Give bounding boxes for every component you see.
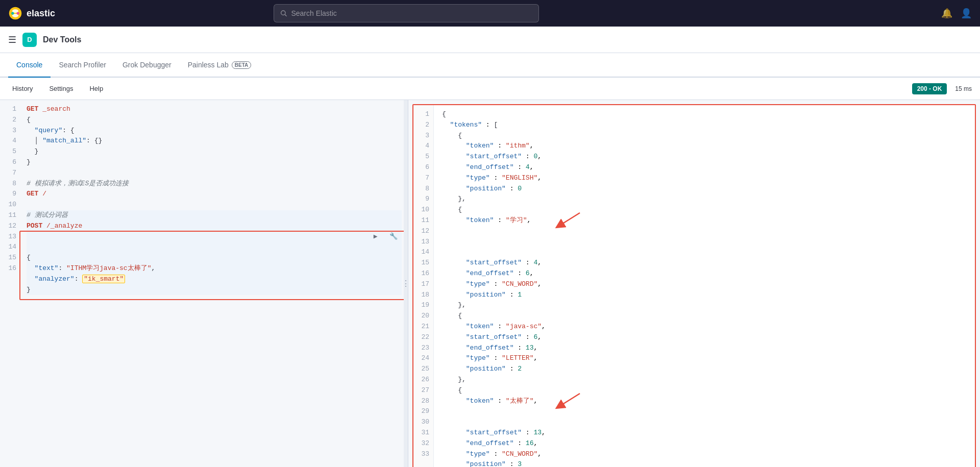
- out-line-25: "token" : "太棒了",: [442, 396, 967, 428]
- elastic-logo[interactable]: elastic: [8, 6, 69, 20]
- code-line-14: "text": "ITHM学习java-sc太棒了",: [27, 263, 402, 274]
- hamburger-menu[interactable]: ☰: [8, 34, 16, 45]
- history-button[interactable]: History: [8, 83, 37, 94]
- out-line-18: "token" : "java-sc",: [442, 322, 967, 332]
- code-line-5: }: [27, 146, 402, 157]
- out-line-16: },: [442, 300, 967, 311]
- editor-panel: 12345 678910 1112131415 16 GET _search {…: [0, 100, 408, 467]
- out-line-3: {: [442, 131, 967, 141]
- out-line-21: "type" : "LETTER",: [442, 353, 967, 364]
- out-line-7: "type" : "ENGLISH",: [442, 173, 967, 184]
- out-line-6: "end_offset" : 4,: [442, 162, 967, 173]
- out-line-26: "start_offset" : 13,: [442, 428, 967, 438]
- top-navigation: elastic 🔔 👤: [0, 0, 980, 27]
- code-content[interactable]: GET _search { "query": { │ "match_all": …: [20, 100, 408, 299]
- help-button[interactable]: Help: [85, 83, 107, 94]
- svg-line-8: [559, 394, 580, 406]
- code-line-16: }: [27, 285, 402, 296]
- elastic-logo-text: elastic: [27, 8, 55, 19]
- code-line-12: POST /_analyze ▶ 🔧: [27, 221, 402, 253]
- svg-line-6: [285, 15, 286, 16]
- svg-point-4: [17, 12, 19, 14]
- code-line-7: [27, 168, 402, 179]
- out-line-19: "start_offset" : 6,: [442, 332, 967, 343]
- out-line-8: "position" : 0: [442, 184, 967, 194]
- code-line-9: GET /: [27, 189, 402, 200]
- output-line-numbers: 12345 678910 1112131415 1617181920 21222…: [413, 105, 434, 467]
- code-line-10: [27, 200, 402, 210]
- app-header: ☰ D Dev Tools: [0, 27, 980, 53]
- out-line-17: {: [442, 311, 967, 322]
- arrow-annotation-1: [554, 210, 585, 231]
- code-line-1: GET _search: [27, 104, 402, 115]
- out-line-4: "token" : "ithm",: [442, 141, 967, 152]
- out-line-12: "start_offset" : 4,: [442, 258, 967, 268]
- code-line-8: # 模拟请求，测试ES是否成功连接: [27, 179, 402, 189]
- out-line-5: "start_offset" : 0,: [442, 152, 967, 162]
- out-line-2: "tokens" : [: [442, 120, 967, 131]
- out-line-23: },: [442, 375, 967, 385]
- elastic-logo-icon: [8, 6, 22, 20]
- tab-painless-lab[interactable]: Painless Lab BETA: [180, 53, 260, 78]
- output-code: 12345 678910 1112131415 1617181920 21222…: [413, 105, 975, 467]
- time-badge: 15 ms: [955, 85, 972, 92]
- line-numbers: 12345 678910 1112131415 16: [0, 100, 20, 299]
- svg-line-7: [559, 213, 580, 226]
- arrow-annotation-2: [554, 391, 585, 411]
- code-line-2: {: [27, 115, 402, 126]
- beta-badge: BETA: [232, 61, 251, 69]
- out-line-13: "end_offset" : 6,: [442, 268, 967, 279]
- code-line-13: {: [27, 253, 402, 263]
- tab-console[interactable]: Console: [8, 53, 51, 78]
- search-icon: [280, 10, 287, 17]
- drag-handle[interactable]: ⋮: [404, 100, 408, 467]
- top-nav-icons: 🔔 👤: [941, 8, 972, 19]
- search-bar[interactable]: [274, 4, 539, 22]
- output-inner: 12345 678910 1112131415 1617181920 21222…: [412, 104, 976, 467]
- user-icon[interactable]: 👤: [961, 8, 972, 19]
- main-content: 12345 678910 1112131415 16 GET _search {…: [0, 100, 980, 467]
- code-line-6: }: [27, 157, 402, 168]
- out-line-20: "end_offset" : 13,: [442, 343, 967, 354]
- tab-grok-debugger[interactable]: Grok Debugger: [114, 53, 180, 78]
- code-line-3: "query": {: [27, 126, 402, 136]
- output-content: { "tokens" : [ { "token" : "ithm", "star…: [434, 105, 975, 467]
- code-line-11: # 测试分词器: [27, 210, 402, 221]
- svg-point-0: [9, 7, 22, 20]
- status-badge: 200 - OK: [912, 83, 947, 94]
- out-line-27: "end_offset" : 16,: [442, 438, 967, 449]
- out-line-1: {: [442, 109, 967, 120]
- out-line-14: "type" : "CN_WORD",: [442, 279, 967, 290]
- svg-point-5: [281, 11, 285, 15]
- tabs-bar: Console Search Profiler Grok Debugger Pa…: [0, 53, 980, 78]
- settings-button[interactable]: Settings: [45, 83, 77, 94]
- tab-search-profiler[interactable]: Search Profiler: [51, 53, 114, 78]
- out-line-28: "type" : "CN_WORD",: [442, 449, 967, 460]
- out-line-11: "token" : "学习",: [442, 215, 967, 258]
- out-line-24: {: [442, 385, 967, 396]
- output-panel: 12345 678910 1112131415 1617181920 21222…: [408, 100, 980, 467]
- out-line-29: "position" : 3: [442, 459, 967, 467]
- code-line-4: │ "match_all": {}: [27, 136, 402, 146]
- out-line-9: },: [442, 194, 967, 205]
- out-line-22: "position" : 2: [442, 364, 967, 375]
- out-line-10: {: [442, 205, 967, 215]
- out-line-15: "position" : 1: [442, 290, 967, 301]
- toolbar: History Settings Help 200 - OK 15 ms: [0, 78, 980, 100]
- notifications-icon[interactable]: 🔔: [941, 8, 952, 19]
- app-icon: D: [22, 33, 37, 47]
- app-title: Dev Tools: [43, 35, 81, 44]
- svg-point-3: [11, 12, 14, 14]
- code-line-15: "analyzer": "ik_smart": [27, 274, 402, 285]
- search-input[interactable]: [291, 9, 532, 17]
- code-editor[interactable]: 12345 678910 1112131415 16 GET _search {…: [0, 100, 408, 467]
